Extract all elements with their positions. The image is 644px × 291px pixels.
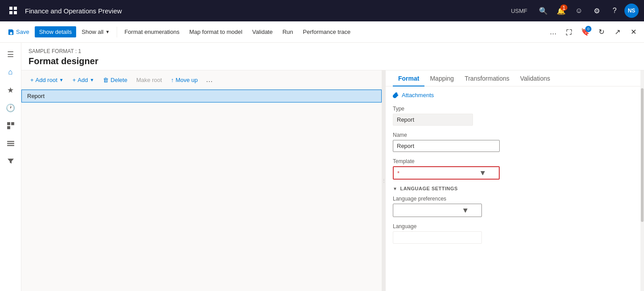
language-field-group: Language xyxy=(393,223,637,244)
breadcrumb: SAMPLE FORMAT : 1 xyxy=(29,48,637,54)
tree-item[interactable]: Report xyxy=(21,90,382,102)
separator-1 xyxy=(117,27,117,37)
template-chevron-down-icon: ⯆ xyxy=(480,170,485,176)
close-icon[interactable]: ✕ xyxy=(626,25,640,39)
nav-hamburger-icon[interactable]: ☰ xyxy=(3,46,19,62)
show-all-chevron: ▼ xyxy=(106,29,110,34)
language-preferences-label: Language preferences xyxy=(393,196,637,202)
language-preferences-dropdown[interactable]: ⯆ xyxy=(393,204,482,217)
tab-format[interactable]: Format xyxy=(393,70,424,86)
validate-button[interactable]: Validate xyxy=(248,26,277,37)
right-scrollbar[interactable] xyxy=(640,70,644,291)
add-chevron-icon: ▼ xyxy=(90,78,94,82)
make-root-button[interactable]: Make root xyxy=(133,75,166,85)
language-settings-section[interactable]: ▼ LANGUAGE SETTINGS xyxy=(393,186,637,191)
template-dropdown[interactable]: * ⯆ xyxy=(393,166,500,180)
main-layout: ☰ ⌂ ★ 🕐 SAMPLE FORMAT : 1 Format designe… xyxy=(0,43,644,291)
nav-recent-icon[interactable]: 🕐 xyxy=(3,100,19,116)
nav-filter-icon[interactable] xyxy=(3,153,19,169)
svg-rect-9 xyxy=(7,145,14,146)
user-avatar[interactable]: NS xyxy=(624,4,639,18)
svg-rect-4 xyxy=(7,122,10,125)
content-area: SAMPLE FORMAT : 1 Format designer + Add … xyxy=(21,43,644,291)
properties-content: Attachments Type Report Name Template xyxy=(386,86,644,291)
svg-rect-5 xyxy=(11,122,14,125)
designer-area: + Add root ▼ + Add ▼ 🗑 Delete Make ro xyxy=(21,70,644,291)
language-label: Language xyxy=(393,223,637,230)
language-preferences-field-group: Language preferences ⯆ xyxy=(393,196,637,217)
notification-count: 1 xyxy=(560,4,567,11)
title-bar-right: USMF 🔍 🔔 1 ☺ ⚙ ? NS xyxy=(507,3,639,19)
show-details-button[interactable]: Show details xyxy=(35,26,77,37)
language-preferences-dropdown-inner[interactable]: ⯆ xyxy=(393,204,482,217)
tree-panel: + Add root ▼ + Add ▼ 🗑 Delete Make ro xyxy=(21,70,382,291)
svg-rect-1 xyxy=(14,7,17,10)
svg-rect-0 xyxy=(9,7,12,10)
type-value: Report xyxy=(393,114,473,126)
title-bar: Finance and Operations Preview USMF 🔍 🔔 … xyxy=(0,0,644,21)
attachments-label: Attachments xyxy=(402,92,434,98)
nav-home-icon[interactable]: ⌂ xyxy=(3,64,19,80)
svg-rect-2 xyxy=(9,11,12,14)
save-button[interactable]: Save xyxy=(4,26,34,37)
tree-item-label: Report xyxy=(27,93,45,99)
tree-more-options-icon[interactable]: … xyxy=(203,74,216,86)
refresh-icon[interactable]: ↻ xyxy=(594,25,608,39)
bookmark-count: 0 xyxy=(585,26,591,32)
action-toolbar: Save Show details Show all ▼ Format enum… xyxy=(0,21,644,43)
property-tabs: Format Mapping Transformations Validatio… xyxy=(386,70,644,86)
tab-transformations[interactable]: Transformations xyxy=(459,70,515,86)
page-title: Format designer xyxy=(29,56,637,66)
attachments-link[interactable]: Attachments xyxy=(393,92,637,98)
svg-rect-7 xyxy=(7,141,14,142)
open-new-window-icon[interactable]: ↗ xyxy=(610,25,624,39)
name-field-group: Name xyxy=(393,132,637,152)
delete-button[interactable]: 🗑 Delete xyxy=(99,75,131,85)
panel-divider[interactable]: ⋮ xyxy=(382,70,386,291)
add-button[interactable]: + Add ▼ xyxy=(69,75,98,85)
expand-icon[interactable] xyxy=(562,25,576,39)
page-header: SAMPLE FORMAT : 1 Format designer xyxy=(21,43,644,70)
tree-toolbar: + Add root ▼ + Add ▼ 🗑 Delete Make ro xyxy=(21,70,382,90)
name-input[interactable] xyxy=(393,140,500,152)
nav-workspaces-icon[interactable] xyxy=(3,118,19,134)
language-preferences-chevron-icon: ⯆ xyxy=(463,207,468,213)
app-title: Finance and Operations Preview xyxy=(25,7,507,15)
nav-favorites-icon[interactable]: ★ xyxy=(3,82,19,98)
bookmark-icon[interactable]: 🔖 0 xyxy=(578,25,592,39)
svg-rect-8 xyxy=(7,143,14,144)
toolbar-right: … 🔖 0 ↻ ↗ ✕ xyxy=(546,25,640,39)
template-label: Template xyxy=(393,158,637,164)
section-header-label: LANGUAGE SETTINGS xyxy=(400,186,458,191)
template-field-group: Template * ⯆ xyxy=(393,158,637,180)
format-enumerations-button[interactable]: Format enumerations xyxy=(120,26,184,37)
name-label: Name xyxy=(393,132,637,138)
apps-grid-icon[interactable] xyxy=(5,3,21,19)
performance-trace-button[interactable]: Performance trace xyxy=(298,26,355,37)
help-icon[interactable]: ? xyxy=(607,3,623,19)
add-root-button[interactable]: + Add root ▼ xyxy=(27,75,67,85)
svg-rect-6 xyxy=(7,126,10,129)
tree-content: Report xyxy=(21,90,382,291)
type-label: Type xyxy=(393,106,637,112)
language-input[interactable] xyxy=(393,231,482,244)
map-format-to-model-button[interactable]: Map format to model xyxy=(185,26,247,37)
more-options-icon[interactable]: … xyxy=(546,25,560,39)
show-all-button[interactable]: Show all ▼ xyxy=(77,26,114,37)
add-root-chevron-icon: ▼ xyxy=(59,78,64,82)
move-up-button[interactable]: ↑ Move up xyxy=(167,75,201,85)
scrollbar-thumb xyxy=(641,88,644,222)
template-dropdown-inner[interactable]: * ⯆ xyxy=(393,166,500,180)
left-nav: ☰ ⌂ ★ 🕐 xyxy=(0,43,21,291)
nav-list-icon[interactable] xyxy=(3,135,19,152)
org-label: USMF xyxy=(507,5,531,17)
properties-panel: Format Mapping Transformations Validatio… xyxy=(386,70,644,291)
user-settings-icon[interactable]: ☺ xyxy=(571,3,587,19)
tab-validations[interactable]: Validations xyxy=(515,70,555,86)
tab-mapping[interactable]: Mapping xyxy=(424,70,459,86)
svg-rect-3 xyxy=(14,11,17,14)
notifications-icon[interactable]: 🔔 1 xyxy=(553,3,569,19)
run-button[interactable]: Run xyxy=(278,26,298,37)
search-icon[interactable]: 🔍 xyxy=(535,3,551,19)
gear-icon[interactable]: ⚙ xyxy=(589,3,605,19)
